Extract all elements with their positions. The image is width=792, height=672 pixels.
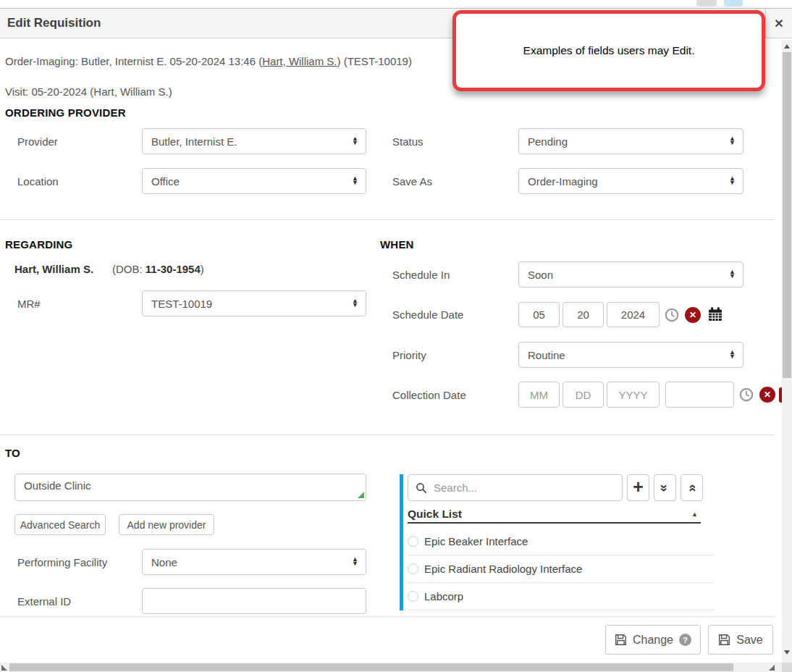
annotation-text: Examples of fields users may Edit. <box>523 44 695 57</box>
collection-year-input[interactable] <box>607 382 660 408</box>
visit-summary-line: Visit: 05-20-2024 (Hart, William S.) <box>5 85 172 98</box>
schedule-day-input-wrap <box>563 302 604 327</box>
performing-facility-select[interactable]: None ▲▼ <box>142 549 366 575</box>
collection-day-input-wrap <box>563 382 604 408</box>
save-button[interactable]: Save <box>708 625 773 655</box>
schedule-calendar-icon[interactable] <box>707 306 723 325</box>
collection-month-input-wrap <box>518 382 560 408</box>
close-icon: ✕ <box>774 17 783 30</box>
scroll-down-arrow-icon[interactable] <box>784 650 790 655</box>
vertical-scrollbar[interactable] <box>782 40 792 672</box>
directory-accent-bar <box>400 474 403 610</box>
radio-icon <box>408 591 418 602</box>
radio-icon <box>408 563 418 574</box>
change-button-label: Change <box>633 634 673 647</box>
status-select[interactable]: Pending ▲▼ <box>518 128 743 154</box>
save-as-value: Order-Imaging <box>528 175 598 188</box>
schedule-in-select[interactable]: Soon ▲▼ <box>518 261 743 287</box>
order-summary-prefix: Order-Imaging: Butler, Internist E. 05-2… <box>5 55 262 67</box>
scrollbar-corner <box>782 663 792 672</box>
add-new-provider-button[interactable]: Add new provider <box>119 514 214 535</box>
select-arrows-icon: ▲▼ <box>729 270 736 278</box>
advanced-search-button[interactable]: Advanced Search <box>14 514 106 535</box>
change-button[interactable]: Change ? <box>605 625 701 655</box>
clear-x-glyph: ✕ <box>764 390 771 400</box>
save-as-label: Save As <box>392 168 432 194</box>
quick-list-item-label: Labcorp <box>424 590 463 602</box>
schedule-year-input[interactable] <box>607 302 660 327</box>
location-label: Location <box>17 168 59 194</box>
plus-icon: + <box>633 476 644 497</box>
footer-divider <box>0 616 775 617</box>
quick-list-item[interactable]: Labcorp <box>408 583 714 610</box>
patient-link[interactable]: Hart, William S. <box>262 55 337 67</box>
dob-value: 11-30-1954 <box>146 263 201 275</box>
save-as-select[interactable]: Order-Imaging ▲▼ <box>518 168 743 194</box>
search-icon <box>416 482 427 494</box>
quick-list-item[interactable]: Epic Radiant Radiology Interface <box>408 555 714 583</box>
schedule-month-input-wrap <box>518 302 560 327</box>
scroll-right-arrow-icon[interactable] <box>769 665 775 671</box>
search-input[interactable] <box>432 481 615 495</box>
schedule-date-label: Schedule Date <box>392 302 463 327</box>
schedule-month-input[interactable] <box>518 302 560 327</box>
collection-time-icon[interactable] <box>739 387 754 405</box>
order-summary-line: Order-Imaging: Butler, Internist E. 05-2… <box>5 55 412 67</box>
dob-prefix: (DOB: <box>112 263 146 275</box>
schedule-day-input[interactable] <box>563 302 604 327</box>
schedule-year-input-wrap <box>607 302 660 327</box>
order-summary-suffix: ) (TEST-10019) <box>337 55 412 67</box>
recipient-textarea[interactable]: Outside Clinic <box>14 474 366 501</box>
select-arrows-icon: ▲▼ <box>352 177 358 185</box>
mr-select[interactable]: TEST-10019 ▲▼ <box>142 290 366 316</box>
status-value: Pending <box>528 135 568 148</box>
provider-select[interactable]: Butler, Internist E. ▲▼ <box>142 128 366 154</box>
ordering-provider-heading: ORDERING PROVIDER <box>5 106 126 119</box>
mr-value: TEST-10019 <box>151 298 212 310</box>
help-icon[interactable]: ? <box>679 634 691 646</box>
regarding-heading: REGARDING <box>5 238 72 251</box>
scroll-left-arrow-icon[interactable] <box>1 665 7 671</box>
scroll-up-arrow-icon[interactable] <box>784 44 790 49</box>
schedule-in-label: Schedule In <box>392 261 450 287</box>
when-heading: WHEN <box>380 238 414 251</box>
vertical-scrollbar-thumb[interactable] <box>783 52 791 378</box>
location-value: Office <box>151 175 180 188</box>
collection-month-input[interactable] <box>518 382 560 408</box>
horizontal-scrollbar-thumb[interactable] <box>9 663 733 671</box>
expand-all-button[interactable]: » <box>654 474 676 501</box>
annotation-callout: Examples of fields users may Edit. <box>452 10 765 91</box>
horizontal-scrollbar[interactable] <box>0 663 782 672</box>
external-id-input[interactable] <box>142 588 366 614</box>
recipient-textarea-wrap: Outside Clinic <box>14 474 366 501</box>
quick-list-item-label: Epic Radiant Radiology Interface <box>424 563 582 575</box>
chevron-double-up-icon: » <box>683 484 699 492</box>
collapse-all-button[interactable]: » <box>681 474 703 501</box>
floppy-icon <box>615 634 627 646</box>
performing-facility-value: None <box>151 556 177 568</box>
collection-day-input[interactable] <box>563 382 604 408</box>
select-arrows-icon: ▲▼ <box>352 299 358 307</box>
location-select[interactable]: Office ▲▼ <box>142 168 366 194</box>
chevron-double-down-icon: » <box>657 484 673 492</box>
provider-value: Butler, Internist E. <box>151 135 237 148</box>
priority-label: Priority <box>392 342 426 368</box>
resize-handle-icon[interactable] <box>358 492 364 498</box>
schedule-time-icon[interactable] <box>665 308 679 325</box>
collection-extra-input[interactable] <box>665 382 734 408</box>
status-label: Status <box>392 128 424 154</box>
browser-tab-fragment <box>696 0 717 7</box>
quick-list-header[interactable]: Quick List ▲ <box>408 505 701 524</box>
performing-facility-label: Performing Facility <box>17 549 107 575</box>
quick-list-heading: Quick List <box>408 508 462 521</box>
quick-list-item[interactable]: Epic Beaker Interface <box>408 528 714 555</box>
add-recipient-button[interactable]: + <box>627 474 649 501</box>
collapse-triangle-icon: ▲ <box>691 511 698 518</box>
close-button[interactable]: ✕ <box>765 9 792 38</box>
question-glyph: ? <box>683 636 688 644</box>
collection-date-clear-icon[interactable]: ✕ <box>759 387 775 403</box>
dob-suffix: ) <box>201 263 204 275</box>
radio-icon <box>408 536 418 547</box>
priority-select[interactable]: Routine ▲▼ <box>518 342 743 368</box>
schedule-date-clear-icon[interactable]: ✕ <box>685 307 701 323</box>
